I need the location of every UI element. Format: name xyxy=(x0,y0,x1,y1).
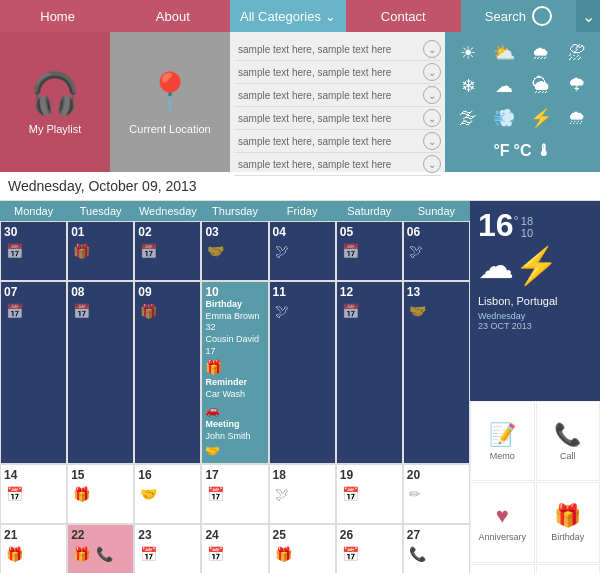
table-row[interactable]: 21 🎁 xyxy=(0,524,67,573)
action-memo[interactable]: 📝 Memo xyxy=(470,401,535,481)
table-row[interactable]: 05 📅 xyxy=(336,221,403,281)
event-meeting: Meeting John Smith xyxy=(205,419,264,442)
action-reminder[interactable]: 📅 Reminder xyxy=(536,564,601,573)
action-call[interactable]: 📞 Call xyxy=(536,401,601,481)
list-panel: sample text here, sample text here ⌄ sam… xyxy=(230,32,445,172)
thermometer-icon: 🌡 xyxy=(536,142,552,160)
calendar-icon: 📅 xyxy=(207,546,224,562)
temp-degree: ° xyxy=(514,213,519,228)
location-label: Current Location xyxy=(129,123,210,135)
table-row[interactable]: 16 🤝 xyxy=(134,464,201,524)
calendar-icon: 📅 xyxy=(342,486,359,502)
call-label: Call xyxy=(560,451,576,461)
cloud-icon: ☁ xyxy=(495,75,513,97)
list-chevron-icon[interactable]: ⌄ xyxy=(423,132,441,150)
table-row[interactable]: 22 🎁 📞 xyxy=(67,524,134,573)
list-item[interactable]: sample text here, sample text here ⌄ xyxy=(234,38,441,61)
list-item[interactable]: sample text here, sample text here ⌄ xyxy=(234,107,441,130)
list-chevron-icon[interactable]: ⌄ xyxy=(423,86,441,104)
day-tuesday: Tuesday xyxy=(67,201,134,221)
list-chevron-icon[interactable]: ⌄ xyxy=(423,155,441,173)
calendar-icon: 📅 xyxy=(342,303,359,319)
table-row[interactable]: 23 📅 xyxy=(134,524,201,573)
nav-about[interactable]: About xyxy=(115,0,230,32)
table-row[interactable]: 08 📅 xyxy=(67,281,134,464)
list-item[interactable]: sample text here, sample text here ⌄ xyxy=(234,84,441,107)
table-row[interactable]: 19 📅 xyxy=(336,464,403,524)
nav-categories[interactable]: All Categories ⌄ xyxy=(230,0,345,32)
table-row[interactable]: 04 🕊 xyxy=(269,221,336,281)
table-row[interactable]: 17 📅 xyxy=(201,464,268,524)
calendar-icon: 📅 xyxy=(207,486,224,502)
table-row[interactable]: 03 🤝 xyxy=(201,221,268,281)
action-birthday[interactable]: 🎁 Birthday xyxy=(536,482,601,562)
table-row[interactable]: 07 📅 xyxy=(0,281,67,464)
calendar-icon: 📅 xyxy=(73,303,90,319)
weather-day: Wednesday xyxy=(478,311,525,321)
headphone-icon: 🎧 xyxy=(30,70,80,117)
table-row[interactable]: 15 🎁 xyxy=(67,464,134,524)
table-row[interactable]: 25 🎁 xyxy=(269,524,336,573)
hail-icon: 🌨 xyxy=(568,108,586,129)
day-sunday: Sunday xyxy=(403,201,470,221)
bird-icon: 🕊 xyxy=(275,243,289,259)
phone-icon: 📞 xyxy=(409,546,426,562)
table-row[interactable]: 02 📅 xyxy=(134,221,201,281)
day-monday: Monday xyxy=(0,201,67,221)
table-row[interactable]: 26 📅 xyxy=(336,524,403,573)
action-meeting[interactable]: 🤝 Meeting xyxy=(470,564,535,573)
calendar-icon: 📅 xyxy=(342,546,359,562)
table-row[interactable]: 14 📅 xyxy=(0,464,67,524)
list-item[interactable]: sample text here, sample text here ⌄ xyxy=(234,61,441,84)
nav-chevron-btn[interactable]: ⌄ xyxy=(576,0,600,32)
table-row[interactable]: 10 Birthday Emma Brown 32 Cousin David 1… xyxy=(201,281,268,464)
location-panel[interactable]: 📍 Current Location xyxy=(110,32,230,172)
table-row[interactable]: 24 📅 xyxy=(201,524,268,573)
calendar-date-title: Wednesday, October 09, 2013 xyxy=(8,178,197,194)
table-row[interactable]: 11 🕊 xyxy=(269,281,336,464)
weather-units: °F °C 🌡 xyxy=(493,142,551,160)
calendar-grid: 30 📅 01 🎁 02 📅 03 🤝 04 🕊 05 📅 xyxy=(0,221,470,573)
handshake-icon: 🤝 xyxy=(205,444,264,458)
table-row[interactable]: 09 🎁 xyxy=(134,281,201,464)
list-chevron-icon[interactable]: ⌄ xyxy=(423,109,441,127)
weather-date: 23 OCT 2013 xyxy=(478,321,532,331)
gift-icon: 🎁 xyxy=(275,546,292,562)
calendar-header: Wednesday, October 09, 2013 xyxy=(0,172,600,201)
foggy-icon: 🌫 xyxy=(459,108,477,129)
table-row[interactable]: 18 🕊 xyxy=(269,464,336,524)
list-chevron-icon[interactable]: ⌄ xyxy=(423,40,441,58)
table-row[interactable]: 13 🤝 xyxy=(403,281,470,464)
playlist-label: My Playlist xyxy=(29,123,82,135)
bird-icon: 🕊 xyxy=(275,303,289,319)
temperature-value: 16 xyxy=(478,209,514,241)
temp-range: 18 10 xyxy=(521,215,533,239)
list-item[interactable]: sample text here, sample text here ⌄ xyxy=(234,153,441,176)
calendar: Monday Tuesday Wednesday Thursday Friday… xyxy=(0,201,470,573)
car-icon: 🚗 xyxy=(205,403,264,417)
nav-contact[interactable]: Contact xyxy=(346,0,461,32)
bird-icon: 🕊 xyxy=(275,486,289,502)
table-row[interactable]: 30 📅 xyxy=(0,221,67,281)
bird-icon: 🕊 xyxy=(409,243,423,259)
partly-cloudy-icon: ⛅ xyxy=(493,42,515,64)
weather-icons-panel: ☀ ⛅ 🌧 ⛈ ❄ ☁ 🌦 🌩 🌫 💨 ⚡ 🌨 °F °C 🌡 xyxy=(445,32,600,172)
table-row[interactable]: 01 🎁 xyxy=(67,221,134,281)
table-row[interactable]: 06 🕊 xyxy=(403,221,470,281)
table-row[interactable]: 20 ✏ xyxy=(403,464,470,524)
table-row[interactable]: 27 📞 xyxy=(403,524,470,573)
fahrenheit-label: °F xyxy=(493,142,509,160)
handshake-icon: 🤝 xyxy=(140,486,157,502)
list-item[interactable]: sample text here, sample text here ⌄ xyxy=(234,130,441,153)
thunder-icon: ⚡ xyxy=(530,107,552,129)
birthday-label: Birthday xyxy=(551,532,584,542)
list-chevron-icon[interactable]: ⌄ xyxy=(423,63,441,81)
calendar-icon: 📅 xyxy=(6,486,23,502)
playlist-panel[interactable]: 🎧 My Playlist xyxy=(0,32,110,172)
nav-home[interactable]: Home xyxy=(0,0,115,32)
action-anniversary[interactable]: ♥ Anniversary xyxy=(470,482,535,562)
table-row[interactable]: 12 📅 xyxy=(336,281,403,464)
nav-search-area[interactable]: Search xyxy=(461,0,576,32)
weather-location: Lisbon, Portugal xyxy=(478,295,558,307)
day-wednesday: Wednesday xyxy=(134,201,201,221)
